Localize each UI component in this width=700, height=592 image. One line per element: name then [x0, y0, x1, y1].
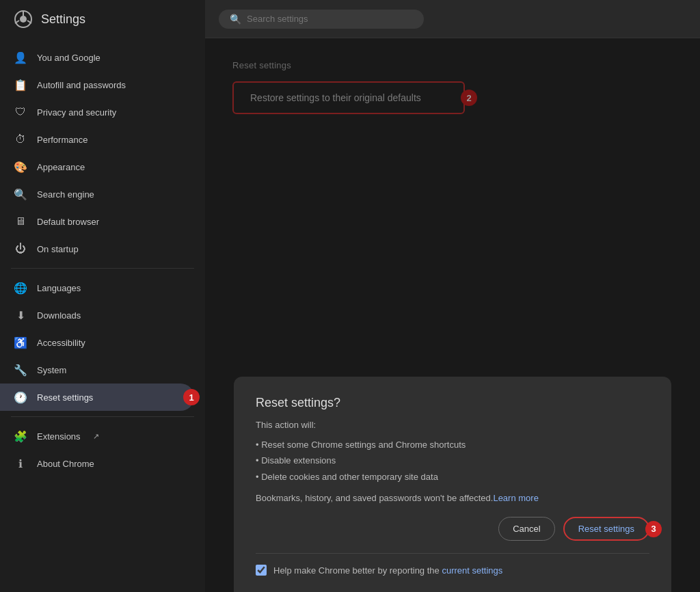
system-icon: 🔧 — [14, 363, 27, 377]
sidebar-item-performance[interactable]: ⏱ Performance — [0, 126, 194, 153]
languages-icon: 🌐 — [14, 281, 27, 295]
reset-settings-button[interactable]: Reset settings — [563, 517, 649, 541]
sidebar-item-label: System — [37, 365, 66, 375]
sidebar-item-label: Performance — [37, 135, 88, 145]
search-bar: 🔍 — [205, 0, 700, 38]
reset-icon: 🕐 — [14, 390, 27, 404]
search-wrapper[interactable]: 🔍 — [219, 10, 424, 29]
main-content: 🔍 Reset settings Restore settings to the… — [205, 0, 700, 592]
list-item: • Disable extensions — [256, 453, 649, 468]
list-item: • Delete cookies and other temporary sit… — [256, 469, 649, 485]
sidebar-item-label: About Chrome — [37, 459, 94, 469]
learn-more-link[interactable]: Learn more — [493, 493, 538, 503]
sidebar-item-label: You and Google — [37, 53, 100, 63]
sidebar-item-default-browser[interactable]: 🖥 Default browser — [0, 208, 194, 235]
dialog-note-text: Bookmarks, history, and saved passwords … — [256, 493, 493, 503]
list-item: • Reset some Chrome settings and Chrome … — [256, 437, 649, 453]
browser-icon: 🖥 — [14, 215, 27, 228]
dialog-footer-text: Help make Chrome better by reporting the… — [273, 565, 502, 576]
dialog-footer: Help make Chrome better by reporting the… — [256, 553, 649, 576]
downloads-icon: ⬇ — [14, 308, 27, 322]
svg-point-1 — [20, 16, 27, 23]
sidebar-item-label: Reset settings — [37, 392, 93, 403]
sidebar-item-label: Extensions — [37, 431, 81, 442]
about-icon: ℹ — [14, 457, 27, 470]
sidebar-item-label: Appearance — [37, 162, 85, 172]
dialog-title: Reset settings? — [256, 396, 649, 410]
sidebar-item-label: Autofill and passwords — [37, 80, 126, 90]
nav-divider — [11, 268, 194, 269]
sidebar-item-label: Languages — [37, 283, 81, 293]
cancel-button[interactable]: Cancel — [498, 517, 554, 541]
search-icon: 🔍 — [230, 14, 241, 25]
badge-1: 1 — [183, 389, 200, 405]
accessibility-icon: ♿ — [14, 336, 27, 349]
startup-icon: ⏻ — [14, 242, 27, 256]
sidebar-item-label: Accessibility — [37, 338, 85, 348]
external-link-icon: ↗ — [93, 432, 99, 441]
sidebar-item-search-engine[interactable]: 🔍 Search engine — [0, 180, 194, 208]
dialog-overlay: Reset settings? This action will: • Rese… — [205, 38, 700, 592]
content-area: Reset settings Restore settings to their… — [205, 38, 700, 592]
app-title: Settings — [41, 12, 85, 27]
sidebar-item-about[interactable]: ℹ About Chrome — [0, 450, 194, 477]
sidebar-item-languages[interactable]: 🌐 Languages — [0, 274, 194, 301]
sidebar-item-privacy[interactable]: 🛡 Privacy and security — [0, 98, 194, 126]
sidebar-item-appearance[interactable]: 🎨 Appearance — [0, 153, 194, 180]
sidebar-nav: 👤 You and Google 📋 Autofill and password… — [0, 38, 205, 592]
dialog-list: • Reset some Chrome settings and Chrome … — [256, 437, 649, 485]
sidebar-item-you-and-google[interactable]: 👤 You and Google — [0, 44, 194, 71]
sidebar-item-label: Search engine — [37, 189, 94, 200]
sidebar-item-label: On startup — [37, 244, 79, 254]
sidebar-header: Settings — [0, 0, 205, 38]
reset-dialog: Reset settings? This action will: • Rese… — [234, 377, 671, 592]
sidebar-item-label: Downloads — [37, 310, 81, 321]
search-engine-icon: 🔍 — [14, 187, 27, 201]
autofill-icon: 📋 — [14, 78, 27, 92]
sidebar-item-downloads[interactable]: ⬇ Downloads — [0, 301, 194, 329]
sidebar-item-accessibility[interactable]: ♿ Accessibility — [0, 329, 194, 356]
dialog-subtitle: This action will: — [256, 420, 649, 430]
sidebar-item-extensions[interactable]: 🧩 Extensions ↗ — [0, 422, 194, 450]
sidebar-item-label: Default browser — [37, 217, 99, 227]
sidebar-item-on-startup[interactable]: ⏻ On startup — [0, 235, 194, 263]
shield-icon: 🛡 — [14, 105, 27, 119]
footer-text-static: Help make Chrome better by reporting the — [273, 565, 442, 576]
nav-divider-2 — [11, 416, 194, 417]
performance-icon: ⏱ — [14, 133, 27, 146]
appearance-icon: 🎨 — [14, 160, 27, 174]
current-settings-link[interactable]: current settings — [442, 565, 502, 576]
dialog-actions: Cancel Reset settings 3 — [256, 517, 649, 541]
sidebar-item-autofill[interactable]: 📋 Autofill and passwords — [0, 71, 194, 98]
user-icon: 👤 — [14, 51, 27, 64]
dialog-note: Bookmarks, history, and saved passwords … — [256, 493, 649, 503]
reporting-checkbox[interactable] — [256, 565, 267, 576]
sidebar-item-label: Privacy and security — [37, 107, 116, 118]
search-input[interactable] — [247, 14, 413, 24]
extensions-icon: 🧩 — [14, 429, 27, 443]
sidebar-item-system[interactable]: 🔧 System — [0, 356, 194, 384]
chrome-logo-icon — [14, 10, 33, 29]
sidebar: Settings 👤 You and Google 📋 Autofill and… — [0, 0, 205, 592]
badge-3: 3 — [645, 521, 662, 537]
sidebar-item-reset[interactable]: 🕐 Reset settings 1 — [0, 384, 194, 411]
